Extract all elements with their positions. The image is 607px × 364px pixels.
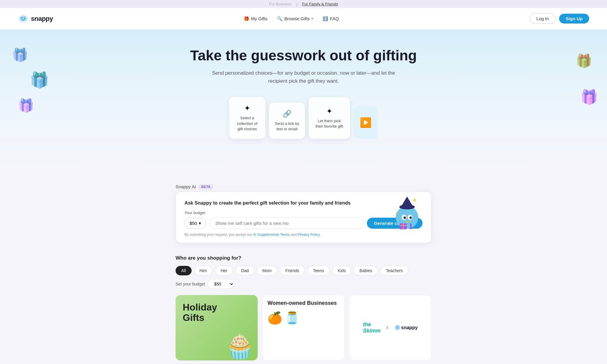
card-holiday[interactable]: HolidayGifts 🧁: [176, 295, 258, 360]
filter-row: AllHimHerDadMomFriendsTeensKidsBabiesTea…: [176, 266, 431, 289]
logo-text: snappy: [31, 15, 53, 23]
skimm-logos: theSkimm × snappy: [357, 316, 424, 340]
ai-prompt-input[interactable]: [209, 217, 364, 229]
step-video[interactable]: ▶️: [353, 106, 378, 139]
floating-gift-4: 🎁: [576, 53, 592, 69]
svg-rect-19: [410, 223, 412, 229]
budget-chevron-icon: ▾: [199, 221, 201, 226]
svg-point-13: [403, 216, 406, 219]
svg-text:★: ★: [395, 211, 398, 215]
card-skimm[interactable]: theSkimm × snappy: [349, 295, 431, 360]
sparkle-icon: ✦: [234, 104, 260, 112]
header: snappy 🎁 My Gifts 🔍 Browse Gifts ▾ ℹ️ FA…: [0, 8, 607, 29]
svg-marker-8: [401, 197, 414, 208]
svg-point-6: [396, 206, 418, 229]
step-pick-label: Let them pick their favorite gift: [314, 118, 344, 129]
hero-title: Take the guesswork out of gifting: [6, 47, 601, 64]
filter-pills: AllHimHerDadMomFriendsTeensKidsBabiesTea…: [176, 266, 409, 275]
shopping-label: Who are you shopping for?: [176, 255, 431, 261]
nav-browse-gifts[interactable]: 🔍 Browse Gifts ▾: [277, 16, 313, 21]
budget-value: $50: [190, 221, 197, 226]
header-actions: Log In Sign Up: [530, 13, 589, 24]
signup-button[interactable]: Sign Up: [559, 14, 589, 23]
nav-faq[interactable]: ℹ️ FAQ: [323, 16, 339, 21]
logo[interactable]: snappy: [18, 13, 53, 24]
privacy-link[interactable]: Privacy Policy: [298, 233, 320, 237]
hero-subtitle: Send personalized choices—for any budget…: [202, 69, 405, 85]
svg-point-2: [21, 17, 23, 18]
ai-box-inner: ★ ★ Ask Snappy to create: [176, 192, 431, 243]
budget-select[interactable]: $50 ▾: [184, 218, 206, 229]
separator: |: [296, 2, 297, 6]
filter-pill-teachers[interactable]: Teachers: [380, 266, 409, 275]
card-women[interactable]: Women-owned Businesses 🍊🫙: [262, 295, 345, 360]
holiday-decor: 🧁: [225, 332, 255, 360]
filter-pill-kids[interactable]: Kids: [332, 266, 351, 275]
search-icon: 🔍: [277, 16, 283, 21]
floating-gift-2: 🎁: [30, 71, 49, 89]
cards-grid: HolidayGifts 🧁 Women-owned Businesses 🍊🫙…: [176, 295, 431, 360]
ai-box: ★ ★ Ask Snappy to create: [176, 192, 431, 243]
top-bar: For Business | For Family & Friends: [0, 0, 607, 8]
svg-point-5: [24, 17, 25, 18]
filter-pill-babies[interactable]: Babies: [354, 266, 378, 275]
filter-pill-all[interactable]: All: [176, 266, 192, 275]
sparkle2-icon: ✦: [314, 107, 344, 115]
info-icon: ℹ️: [323, 16, 328, 21]
ai-question: Ask Snappy to create the perfect gift se…: [184, 200, 363, 206]
step-pick: ✦ Let them pick their favorite gift: [309, 97, 350, 139]
step-send: 🔗 Send a link by text or email: [269, 103, 305, 139]
floating-gift-3: 🎁: [18, 98, 34, 113]
budget-filter-select[interactable]: $50 $25 $75 $100: [207, 279, 234, 289]
filter-pill-teens[interactable]: Teens: [307, 266, 330, 275]
floating-gift-1: 🎁: [12, 47, 28, 63]
women-decor: 🍊🫙: [263, 311, 344, 325]
gift-icon: 🎁: [244, 16, 249, 21]
filter-pill-mom[interactable]: Mom: [257, 266, 277, 275]
ai-section: Snappy AI BETA ★ ★: [170, 184, 437, 243]
svg-point-14: [409, 216, 412, 219]
for-family-link[interactable]: For Family & Friends: [302, 2, 338, 6]
ai-tab-label[interactable]: Snappy AI: [176, 184, 196, 189]
ai-badge: BETA: [199, 184, 213, 189]
ai-disclaimer: By submitting your request, you accept o…: [184, 233, 423, 237]
budget-filter: Set your budget $50 $25 $75 $100: [176, 279, 234, 289]
hero-section: 🎁 🎁 🎁 🎁 🎁 Take the guesswork out of gift…: [0, 29, 607, 172]
svg-point-3: [24, 17, 25, 18]
svg-point-21: [395, 325, 400, 330]
play-icon: ▶️: [360, 117, 372, 128]
shopping-section: Who are you shopping for? AllHimHerDadMo…: [170, 255, 437, 360]
filter-pill-friends[interactable]: Friends: [280, 266, 305, 275]
ai-mascot: ★ ★: [389, 195, 425, 231]
steps-row: ✦ Select a collection of gift choices 🔗 …: [229, 97, 378, 139]
main-nav: 🎁 My Gifts 🔍 Browse Gifts ▾ ℹ️ FAQ: [244, 16, 339, 21]
chevron-down-icon: ▾: [312, 17, 313, 20]
svg-point-4: [21, 17, 22, 18]
budget-filter-label: Set your budget: [176, 282, 205, 286]
login-button[interactable]: Log In: [530, 13, 556, 24]
ai-terms-link[interactable]: AI Supplemental Terms: [253, 233, 290, 237]
logo-icon: [18, 13, 29, 24]
ai-budget-label: Your budget: [184, 211, 423, 215]
ai-input-row: $50 ▾ Generate collection: [184, 217, 423, 229]
nav-my-gifts[interactable]: 🎁 My Gifts: [244, 16, 267, 21]
snappy-skimm-logo: snappy: [394, 324, 418, 332]
step-select-label: Select a collection of gift choices: [234, 115, 260, 132]
for-business-link[interactable]: For Business: [269, 2, 292, 6]
svg-text:snappy: snappy: [401, 325, 418, 330]
ai-tabs: Snappy AI BETA: [176, 184, 431, 189]
holiday-title: HolidayGifts: [183, 302, 251, 323]
filter-pill-him[interactable]: Him: [194, 266, 213, 275]
women-title: Women-owned Businesses: [263, 295, 344, 311]
filter-pill-her[interactable]: Her: [215, 266, 233, 275]
step-select: ✦ Select a collection of gift choices: [229, 97, 265, 139]
mascot-svg: ★ ★: [389, 195, 425, 231]
link-icon: 🔗: [274, 110, 300, 118]
svg-text:★: ★: [412, 197, 417, 203]
step-send-label: Send a link by text or email: [274, 121, 300, 132]
floating-gift-5: 🎁: [580, 89, 598, 106]
filter-pill-dad[interactable]: Dad: [235, 266, 254, 275]
